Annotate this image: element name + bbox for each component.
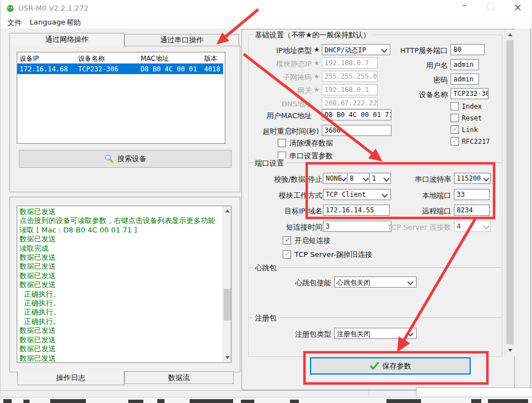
databits-select[interactable]: 8 <box>347 173 370 184</box>
target-ip-field[interactable]: 172.16.14.55 <box>323 205 390 216</box>
scroll-up-button[interactable] <box>506 31 514 39</box>
column-header-device-name[interactable]: 设备名称 <box>76 52 138 63</box>
chevron-down-icon <box>381 191 388 197</box>
mac-field[interactable]: D8 B0 4C 00 01 71 <box>322 109 391 120</box>
dns-label: DNS地址 <box>252 99 312 109</box>
menu-help[interactable]: 帮助 <box>66 18 81 28</box>
heartbeat-select[interactable]: 心跳包关闭 <box>334 276 417 288</box>
link-checkbox[interactable]: ✓ <box>451 125 459 134</box>
kick-old-label: TCP Server-踢掉旧连接 <box>294 250 373 260</box>
dns-field[interactable]: 208.67.222.222 <box>322 98 378 109</box>
chevron-down-icon <box>383 175 389 181</box>
ip-type-label: IP地址类型 <box>252 46 312 56</box>
static-ip-field[interactable]: 192.168.0.7 <box>322 57 378 69</box>
settings-scrollbar[interactable] <box>505 30 515 356</box>
remote-port-label: 远程端口 <box>391 206 451 216</box>
mac-label: 用户MAC地址 <box>252 111 312 121</box>
device-list-header: 设备IP 设备名称 MAC地址 版本 <box>17 52 225 64</box>
tcp-conn-select[interactable]: 4 <box>454 221 491 232</box>
triangle-down-icon <box>508 349 512 352</box>
log-line: 数据已发送 <box>20 326 220 335</box>
scroll-up-button[interactable] <box>223 207 231 215</box>
chevron-down-icon <box>407 279 413 285</box>
tab-label: 通过网络操作 <box>45 35 89 43</box>
triangle-up-icon <box>508 33 512 36</box>
tab-serial-operation[interactable]: 通过串口操作 <box>124 34 239 46</box>
search-device-button[interactable]: 搜索设备 <box>19 150 231 168</box>
selected-value: 4 <box>457 222 461 230</box>
maximize-button[interactable]: □ <box>487 1 495 11</box>
short-conn-checkbox[interactable]: ✓ <box>283 236 291 245</box>
clear-cache-checkbox[interactable] <box>278 139 286 147</box>
username-field[interactable]: admin <box>451 59 479 70</box>
log-line: 读取完成 <box>20 244 220 253</box>
save-params-button[interactable]: 保存参数 <box>310 357 471 375</box>
username-label: 用户名 <box>391 61 448 71</box>
log-scrollbar[interactable] <box>223 206 231 362</box>
title-bar: USR-M0 V2.2.1.272 – □ × <box>1 0 531 16</box>
menu-language[interactable]: Language <box>30 18 65 26</box>
column-header-version[interactable]: 版本 <box>202 52 225 63</box>
checkmark-icon: ✓ <box>284 236 289 244</box>
tab-label: 通过串口操作 <box>160 36 204 44</box>
minimize-button[interactable]: – <box>462 0 467 10</box>
index-checkbox[interactable] <box>451 102 459 110</box>
scrollbar-thumb[interactable] <box>224 289 231 321</box>
selected-value: DHCP/动态IP <box>325 46 366 54</box>
selected-value: TCP Client <box>326 191 366 198</box>
chevron-down-icon <box>407 330 413 336</box>
ip-type-select[interactable]: DHCP/动态IP <box>322 44 390 55</box>
app-window: USR-M0 V2.2.1.272 – □ × 文件 Language 帮助 通… <box>0 0 531 397</box>
tab-data-stream[interactable]: 数据流 <box>124 371 234 384</box>
stopbits-select[interactable]: 1 <box>369 173 391 184</box>
register-type-label: 注册包类型 <box>263 329 331 339</box>
work-mode-select[interactable]: TCP Client <box>323 189 391 200</box>
selected-value: 1 <box>372 174 376 182</box>
app-logo-icon <box>6 3 15 13</box>
tab-operation-log[interactable]: 操作日志 <box>17 371 124 385</box>
save-button-label: 保存参数 <box>383 362 412 370</box>
chevron-down-icon <box>483 175 489 181</box>
parity-select[interactable]: NONE <box>323 173 348 184</box>
close-button[interactable]: × <box>514 1 522 13</box>
password-field[interactable]: admin <box>451 74 479 85</box>
cell-device-ip: 172.16.14.68 <box>17 64 76 74</box>
star-icon: ★ <box>313 86 321 94</box>
tab-network-operation[interactable]: 通过网络操作 <box>9 33 124 46</box>
cell-mac: D8 B0 4C 00 01 71 <box>138 64 202 74</box>
log-line: 数据已发送 <box>20 207 220 216</box>
log-textarea[interactable]: 数据已发送 点击搜到的设备可读取参数，右键点击设备列表显示更多功能 读取 [ M… <box>17 206 231 363</box>
column-header-device-ip[interactable]: 设备IP <box>17 52 76 63</box>
work-mode-label: 模块工作方式 <box>252 191 322 201</box>
http-port-field[interactable]: 80 <box>451 44 485 55</box>
serial-params-label: 串口设置参数 <box>289 151 333 161</box>
baud-select[interactable]: 115200 <box>454 173 491 184</box>
star-icon: ★ <box>313 72 321 80</box>
scroll-down-button[interactable] <box>506 346 514 355</box>
remote-port-field[interactable]: 8234 <box>454 205 490 216</box>
triangle-up-icon <box>225 210 230 212</box>
timeout-field[interactable]: 3600 <box>322 125 391 136</box>
target-ip-label: 目标IP/域名 <box>252 206 322 216</box>
subnet-label: 子网掩码 <box>252 72 312 82</box>
device-name-field[interactable]: TCP232-30 <box>451 88 489 99</box>
log-line: 点击搜到的设备可读取参数，右键点击设备列表显示更多功能 <box>20 216 220 225</box>
clear-cache-label: 清除缓存数据 <box>289 138 333 148</box>
table-row[interactable]: 172.16.14.68 TCP232-306 D8 B0 4C 00 01 7… <box>17 64 223 74</box>
reset-checkbox[interactable] <box>451 114 459 122</box>
log-line: 正确执行。 <box>20 299 220 308</box>
rfc2217-checkbox[interactable]: ✓ <box>451 137 459 145</box>
tab-label: 数据流 <box>168 373 190 382</box>
clipped-background-content <box>0 397 532 403</box>
scrollbar-thumb[interactable] <box>506 40 514 344</box>
menu-file[interactable]: 文件 <box>7 18 22 28</box>
column-header-mac[interactable]: MAC地址 <box>138 52 202 63</box>
kick-old-checkbox[interactable]: ✓ <box>283 250 291 259</box>
device-list[interactable]: 设备IP 设备名称 MAC地址 版本 172.16.14.68 TCP232-3… <box>17 52 225 144</box>
gateway-field[interactable]: 192.168.0.1 <box>322 84 378 95</box>
local-port-field[interactable]: 33 <box>454 189 490 200</box>
scroll-down-button[interactable] <box>223 353 231 362</box>
heartbeat-enable-label: 心跳包使能 <box>263 278 331 288</box>
subnet-field[interactable]: 255.255.255.0 <box>322 71 378 82</box>
register-select[interactable]: 注册包关闭 <box>334 328 417 339</box>
